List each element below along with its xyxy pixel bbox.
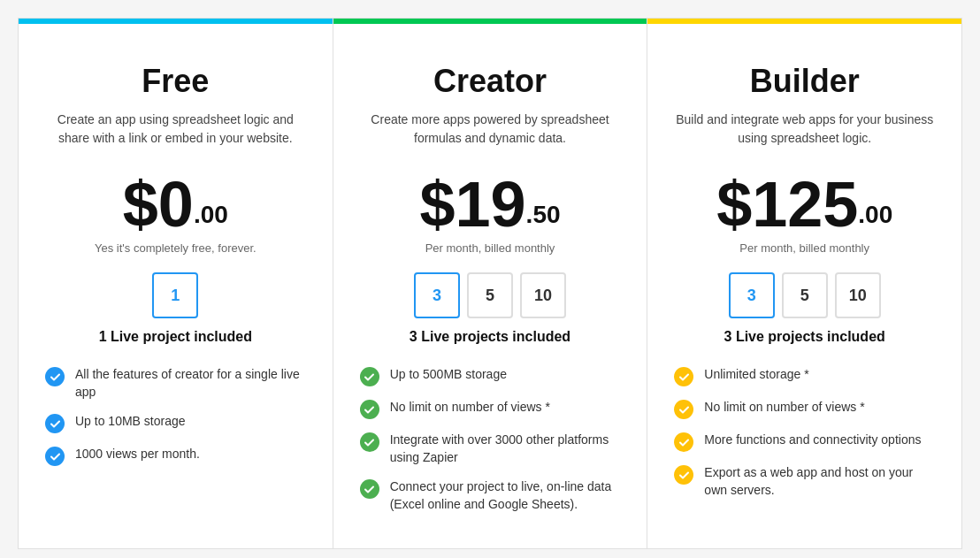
features-list-builder: Unlimited storage * No limit on number o…: [674, 366, 935, 499]
price-decimal-free: .00: [194, 201, 228, 229]
feature-text-builder-0: Unlimited storage *: [704, 366, 808, 384]
feature-item-creator-1: No limit on number of views *: [360, 399, 621, 419]
price-main-free: $0: [123, 172, 194, 236]
check-icon-builder-0: [674, 367, 693, 386]
price-block-creator: $19.50: [419, 172, 560, 236]
feature-item-creator-2: Integrate with over 3000 other platforms…: [360, 432, 621, 466]
feature-item-builder-1: No limit on number of views *: [674, 399, 935, 419]
feature-item-creator-0: Up to 500MB storage: [360, 366, 621, 386]
plan-title-free: Free: [142, 63, 209, 100]
project-btn-creator-5[interactable]: 5: [467, 272, 513, 318]
price-decimal-builder: .00: [858, 201, 892, 229]
feature-item-creator-3: Connect your project to live, on-line da…: [360, 478, 621, 513]
project-btn-creator-3[interactable]: 3: [414, 272, 460, 318]
check-icon-creator-1: [360, 400, 379, 419]
check-icon-creator-3: [360, 479, 379, 499]
feature-item-builder-2: More functions and connectivity options: [674, 432, 935, 452]
feature-item-free-2: 1000 views per month.: [45, 446, 306, 466]
feature-text-creator-0: Up to 500MB storage: [390, 366, 507, 384]
project-btn-free-1[interactable]: 1: [152, 272, 198, 318]
feature-text-builder-1: No limit on number of views *: [704, 399, 864, 417]
plan-description-builder: Build and integrate web apps for your bu…: [674, 111, 935, 155]
feature-item-free-0: All the features of creator for a single…: [45, 366, 306, 401]
project-btn-creator-10[interactable]: 10: [520, 272, 566, 318]
project-btn-builder-5[interactable]: 5: [782, 272, 828, 318]
price-note-free: Yes it's completely free, forever.: [95, 241, 256, 255]
price-note-builder: Per month, billed monthly: [739, 241, 869, 255]
check-icon-builder-3: [674, 465, 693, 485]
feature-text-free-1: Up to 10MB storage: [75, 413, 186, 431]
check-icon-free-0: [45, 367, 65, 386]
feature-item-free-1: Up to 10MB storage: [45, 413, 306, 433]
plan-card-builder: BuilderBuild and integrate web apps for …: [647, 18, 962, 549]
feature-item-builder-3: Export as a web app and host on your own…: [674, 464, 935, 499]
plan-card-free: FreeCreate an app using spreadsheet logi…: [18, 18, 333, 549]
project-selector-builder: 3510: [729, 272, 881, 318]
feature-text-builder-2: More functions and connectivity options: [704, 432, 921, 449]
plan-card-creator: CreatorCreate more apps powered by sprea…: [333, 18, 648, 549]
plan-description-free: Create an app using spreadsheet logic an…: [45, 111, 306, 155]
feature-text-creator-1: No limit on number of views *: [390, 399, 550, 417]
price-main-builder: $125: [716, 172, 858, 236]
feature-text-creator-2: Integrate with over 3000 other platforms…: [390, 432, 621, 466]
price-main-creator: $19: [419, 172, 525, 236]
pricing-container: FreeCreate an app using spreadsheet logi…: [18, 18, 962, 549]
plan-title-builder: Builder: [750, 63, 860, 100]
feature-item-builder-0: Unlimited storage *: [674, 366, 935, 386]
project-selector-creator: 3510: [414, 272, 566, 318]
plan-title-creator: Creator: [433, 63, 547, 100]
price-note-creator: Per month, billed monthly: [425, 241, 555, 255]
feature-text-creator-3: Connect your project to live, on-line da…: [390, 478, 621, 513]
features-list-free: All the features of creator for a single…: [45, 366, 306, 466]
feature-text-free-0: All the features of creator for a single…: [75, 366, 306, 401]
price-decimal-creator: .50: [526, 201, 561, 229]
check-icon-creator-0: [360, 367, 379, 386]
check-icon-free-1: [45, 414, 65, 433]
feature-text-free-2: 1000 views per month.: [75, 446, 200, 463]
projects-label-free: 1 Live project included: [99, 329, 252, 345]
feature-text-builder-3: Export as a web app and host on your own…: [704, 464, 935, 499]
plan-description-creator: Create more apps powered by spreadsheet …: [360, 111, 621, 155]
projects-label-builder: 3 Live projects included: [724, 329, 885, 345]
price-block-builder: $125.00: [716, 172, 892, 236]
project-btn-builder-10[interactable]: 10: [835, 272, 881, 318]
check-icon-builder-1: [674, 400, 693, 419]
check-icon-builder-2: [674, 432, 693, 452]
price-block-free: $0.00: [123, 172, 228, 236]
check-icon-creator-2: [360, 432, 379, 452]
projects-label-creator: 3 Live projects included: [410, 329, 570, 345]
project-btn-builder-3[interactable]: 3: [729, 272, 775, 318]
check-icon-free-2: [45, 447, 65, 466]
features-list-creator: Up to 500MB storage No limit on number o…: [360, 366, 621, 513]
project-selector-free: 1: [152, 272, 198, 318]
